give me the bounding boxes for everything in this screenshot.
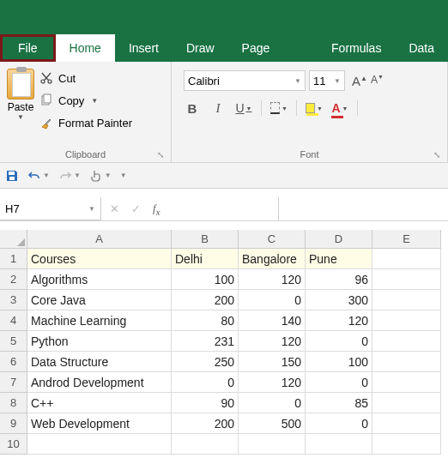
cell[interactable]: 200 (172, 413, 239, 434)
tab-formulas[interactable]: Formulas (318, 34, 395, 62)
row-header[interactable]: 5 (0, 331, 27, 352)
fill-color-button[interactable]: ▼ (306, 99, 323, 117)
column-header[interactable]: B (172, 230, 239, 249)
row-header[interactable]: 6 (0, 352, 27, 372)
cell[interactable]: 96 (306, 269, 372, 290)
cell[interactable]: 120 (239, 269, 306, 290)
tab-page-layout[interactable]: Page Layout (228, 34, 318, 62)
cell[interactable]: Core Java (27, 290, 172, 310)
borders-button[interactable]: ▼ (270, 99, 288, 117)
cell[interactable]: Pune (306, 249, 372, 269)
cell[interactable]: 120 (239, 331, 306, 352)
cell[interactable]: Machine Learning (27, 310, 172, 331)
column-header[interactable]: E (372, 230, 441, 249)
cell[interactable]: 500 (239, 413, 306, 434)
cell[interactable] (372, 393, 441, 413)
cell[interactable]: 231 (172, 331, 239, 352)
row-header[interactable]: 10 (0, 434, 27, 455)
cell[interactable] (172, 434, 239, 455)
row-header[interactable]: 4 (0, 310, 27, 331)
row-header[interactable]: 8 (0, 393, 27, 413)
row-header[interactable]: 9 (0, 413, 27, 434)
cell[interactable]: 85 (306, 393, 372, 413)
tab-draw[interactable]: Draw (173, 34, 228, 62)
tab-insert[interactable]: Insert (115, 34, 173, 62)
cell[interactable] (372, 249, 441, 269)
name-box[interactable]: H7 ▼ (0, 197, 101, 220)
cell[interactable] (372, 269, 441, 290)
cell[interactable]: Delhi (172, 249, 239, 269)
dialog-launcher-icon[interactable]: ⤡ (433, 150, 440, 160)
cell[interactable]: 90 (172, 393, 239, 413)
cell[interactable]: Bangalore (239, 249, 306, 269)
tab-data[interactable]: Data (395, 34, 448, 62)
italic-button[interactable]: I (209, 99, 227, 117)
font-name-select[interactable]: Calibri ▼ (184, 70, 306, 91)
cell[interactable]: C++ (27, 393, 172, 413)
tab-home[interactable]: Home (56, 34, 115, 62)
undo-button[interactable]: ▼ (27, 169, 50, 183)
cell[interactable]: 0 (306, 331, 372, 352)
column-header[interactable]: C (239, 230, 306, 249)
cell[interactable] (372, 372, 441, 393)
cell[interactable] (372, 290, 441, 310)
column-header[interactable]: A (27, 230, 172, 249)
cell[interactable] (372, 352, 441, 372)
cell[interactable]: 140 (239, 310, 306, 331)
cell[interactable]: 0 (172, 372, 239, 393)
row-header[interactable]: 1 (0, 249, 27, 269)
cell[interactable]: Web Development (27, 413, 172, 434)
enter-formula-button[interactable]: ✓ (131, 202, 141, 215)
cell[interactable]: 120 (306, 310, 372, 331)
cell[interactable]: 0 (239, 290, 306, 310)
cell[interactable]: 200 (172, 290, 239, 310)
select-all-corner[interactable] (0, 230, 27, 249)
font-size-select[interactable]: 11 ▼ (309, 70, 345, 91)
formula-bar[interactable] (278, 197, 449, 220)
copy-button[interactable]: Copy ▼ (39, 91, 132, 110)
cells-area[interactable]: CoursesDelhiBangalorePuneAlgorithms10012… (27, 249, 441, 455)
save-button[interactable] (5, 169, 19, 183)
shrink-font-button[interactable]: A▼ (371, 74, 384, 88)
row-header[interactable]: 2 (0, 269, 27, 290)
chevron-down-icon[interactable]: ▼ (17, 113, 24, 121)
fx-icon[interactable]: fx (153, 202, 160, 217)
cell[interactable]: 250 (172, 352, 239, 372)
tab-file[interactable]: File (0, 34, 56, 62)
cell[interactable] (372, 434, 441, 455)
customize-qat[interactable]: ▼ (120, 172, 127, 179)
cell[interactable]: Data Structure (27, 352, 172, 372)
bold-button[interactable]: B (184, 99, 201, 117)
chevron-down-icon[interactable]: ▼ (91, 97, 98, 105)
cell[interactable]: 0 (306, 372, 372, 393)
cell[interactable]: 300 (306, 290, 372, 310)
format-painter-button[interactable]: Format Painter (39, 113, 132, 132)
cell[interactable]: 100 (306, 352, 372, 372)
cell[interactable]: 150 (239, 352, 306, 372)
cell[interactable]: Courses (27, 249, 172, 269)
cancel-formula-button[interactable]: ✕ (110, 202, 119, 215)
grow-font-button[interactable]: A▲ (352, 74, 367, 88)
cut-button[interactable]: Cut (39, 69, 132, 87)
cell[interactable]: Androd Development (27, 372, 172, 393)
dialog-launcher-icon[interactable]: ⤡ (157, 150, 164, 160)
touch-mode-button[interactable]: ▼ (89, 169, 112, 183)
row-header[interactable]: 7 (0, 372, 27, 393)
cell[interactable] (372, 413, 441, 434)
cell[interactable]: Python (27, 331, 172, 352)
cell[interactable]: 80 (172, 310, 239, 331)
cell[interactable] (27, 434, 172, 455)
column-header[interactable]: D (306, 230, 372, 249)
font-color-button[interactable]: A▼ (331, 99, 348, 117)
redo-button[interactable]: ▼ (58, 169, 81, 183)
cell[interactable] (239, 434, 306, 455)
cell[interactable]: 120 (239, 372, 306, 393)
cell[interactable]: 0 (306, 413, 372, 434)
cell[interactable]: Algorithms (27, 269, 172, 290)
cell[interactable]: 100 (172, 269, 239, 290)
cell[interactable] (372, 331, 441, 352)
cell[interactable]: 0 (239, 393, 306, 413)
cell[interactable] (306, 434, 372, 455)
cell[interactable] (372, 310, 441, 331)
underline-button[interactable]: U▼ (235, 99, 252, 117)
